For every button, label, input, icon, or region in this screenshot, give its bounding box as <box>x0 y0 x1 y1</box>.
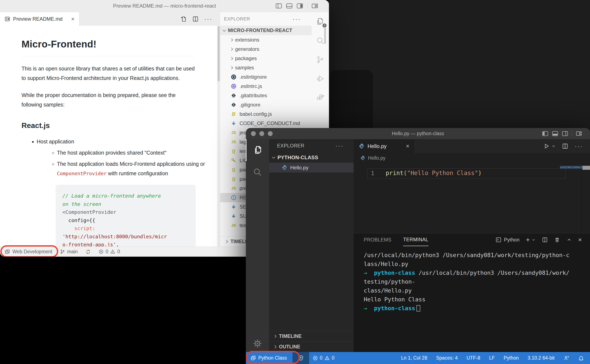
customize-layout-icon[interactable] <box>576 131 582 136</box>
chevron-right-icon <box>230 66 233 69</box>
open-source-file-icon[interactable] <box>181 16 187 22</box>
close-panel-icon[interactable]: × <box>578 236 582 243</box>
close-tab-icon[interactable]: × <box>406 143 409 150</box>
tree-item-extensions[interactable]: extensions <box>220 35 312 45</box>
customize-layout-icon[interactable] <box>312 3 318 9</box>
vscode-window-dark: Hello.py — python-class EXPLORER ··· PYT… <box>246 128 590 364</box>
tab-problems[interactable]: PROBLEMS <box>364 234 391 246</box>
explorer-activity-icon[interactable] <box>246 139 269 161</box>
extensions-activity-icon[interactable] <box>312 88 329 107</box>
toggle-panel-icon[interactable] <box>552 131 558 136</box>
markdown-preview-icon <box>5 16 10 22</box>
window-layout-controls <box>276 0 318 12</box>
tab-preview-readme[interactable]: Preview README.md × <box>0 12 79 26</box>
more-actions-icon[interactable]: ··· <box>575 145 583 147</box>
tree-item-eslintignore[interactable]: .eslintignore <box>220 72 312 82</box>
python-version-item[interactable]: 3.10.2 64-bit <box>528 355 555 361</box>
terminal-profile-item[interactable]: Python <box>496 237 519 243</box>
status-bar: Python Class 0 0 Ln 1, Col 28 Spaces: 4 … <box>246 352 590 364</box>
kill-terminal-trash-icon[interactable] <box>554 237 560 243</box>
workspace-status-item[interactable]: Python Class <box>246 352 292 364</box>
tree-item-hello-py-selected[interactable]: Hello.py <box>269 162 354 173</box>
markdown-icon <box>230 120 237 127</box>
minimap[interactable]: print("Hello Python Class") <box>560 166 582 169</box>
search-activity-icon[interactable] <box>246 161 269 183</box>
problems-status-item[interactable]: 0 0 <box>309 352 338 364</box>
info-icon <box>230 194 237 201</box>
tree-root-python-class[interactable]: PYTHON-CLASS <box>269 152 354 162</box>
tree-item-babel-config[interactable]: babel.config.js <box>220 110 312 119</box>
cursor-position-item[interactable]: Ln 1, Col 28 <box>401 355 427 361</box>
line-number: 1 <box>371 170 374 176</box>
list-item: The host application loads Micro-Fronten… <box>57 159 217 178</box>
branch-status-item[interactable]: main <box>60 249 78 254</box>
tab-terminal[interactable]: TERMINAL <box>403 234 428 246</box>
code-editor[interactable]: 1 print("Hello Python Class") print("Hel… <box>354 163 590 233</box>
sync-icon <box>85 249 91 254</box>
run-python-file-button[interactable] <box>543 143 556 149</box>
language-mode-item[interactable]: Python <box>504 355 519 361</box>
chevron-down-icon <box>272 156 275 159</box>
titlebar[interactable]: Preview README.md — micro-frontend-react <box>0 0 329 12</box>
editor-scrollbar[interactable] <box>582 166 590 170</box>
editor-actions: ··· <box>543 139 583 153</box>
sidebar-scrollbar[interactable] <box>324 27 326 44</box>
tree-root-micro-frontend-react[interactable]: MICRO-FRONTEND-REACT <box>220 26 312 35</box>
split-editor-icon[interactable] <box>192 16 199 22</box>
explorer-more-icon[interactable]: ··· <box>292 18 301 20</box>
eslint-icon <box>230 83 237 90</box>
titlebar[interactable]: Hello.py — python-class <box>246 128 590 139</box>
terminal-output[interactable]: /usr/local/bin/python3 /Users/sandy081/w… <box>364 251 590 313</box>
toggle-sidebar-icon[interactable] <box>276 3 282 9</box>
tree-item-samples[interactable]: samples <box>220 63 312 72</box>
explorer-activity-icon[interactable] <box>312 12 329 31</box>
maximize-panel-icon[interactable] <box>566 237 572 242</box>
git-icon <box>230 101 237 108</box>
workspace-status-item[interactable]: Web Development <box>5 249 52 254</box>
search-activity-icon[interactable] <box>312 31 329 50</box>
minimize-window-icon[interactable] <box>259 131 264 136</box>
timeline-section[interactable]: TIMELINE <box>269 331 354 341</box>
doc-paragraph: While the proper documentation is being … <box>21 91 195 110</box>
tree-item-code-of-conduct[interactable]: CODE_OF_CONDUCT.md <box>220 119 312 128</box>
zoom-window-icon[interactable] <box>268 131 273 136</box>
explorer-more-icon[interactable]: ··· <box>335 145 344 147</box>
tree-item-gitignore[interactable]: .gitignore <box>220 100 312 110</box>
outline-section[interactable]: OUTLINE <box>269 341 354 352</box>
workspace-icon <box>251 355 256 361</box>
window-controls <box>251 128 273 139</box>
split-editor-icon[interactable] <box>562 143 568 149</box>
terminal-line: Hello Python Class <box>364 295 590 304</box>
breadcrumb[interactable]: Hello.py <box>354 153 590 163</box>
preview-scrollbar[interactable] <box>218 26 220 81</box>
more-actions-icon[interactable]: ··· <box>204 18 212 20</box>
toggle-secondary-sidebar-icon[interactable] <box>562 131 568 136</box>
new-terminal-button[interactable]: + <box>526 236 536 244</box>
error-icon <box>98 249 104 254</box>
eol-item[interactable]: LF <box>489 355 495 361</box>
notifications-bell-icon[interactable] <box>578 355 584 361</box>
split-terminal-icon[interactable] <box>542 237 548 243</box>
problems-status-item[interactable]: 0 0 <box>98 249 120 254</box>
toggle-secondary-sidebar-icon[interactable] <box>297 3 303 9</box>
terminal-line: class/Hello.py <box>364 286 590 295</box>
encoding-item[interactable]: UTF-8 <box>467 355 480 361</box>
feedback-person-icon[interactable] <box>564 355 569 361</box>
toggle-panel-icon[interactable] <box>286 3 292 9</box>
tree-item-eslintrc[interactable]: .eslintrc.js <box>220 82 312 91</box>
indentation-item[interactable]: Spaces: 4 <box>436 355 458 361</box>
run-debug-activity-icon[interactable] <box>312 69 329 88</box>
window-title: Preview README.md — micro-frontend-react <box>113 3 216 9</box>
workspace-trust-item[interactable] <box>292 352 309 364</box>
close-tab-icon[interactable]: × <box>71 16 74 22</box>
sync-status-item[interactable] <box>85 249 91 254</box>
tree-item-packages[interactable]: packages <box>220 54 312 63</box>
tab-hello-py[interactable]: Hello.py × <box>354 139 414 153</box>
doc-subheading: React.js <box>21 121 217 130</box>
close-window-icon[interactable] <box>251 131 256 136</box>
tree-item-generators[interactable]: generators <box>220 45 312 54</box>
settings-gear-icon[interactable] <box>246 338 269 349</box>
toggle-sidebar-icon[interactable] <box>542 131 548 136</box>
source-control-activity-icon[interactable] <box>312 50 329 69</box>
tree-item-gitattributes[interactable]: .gitattributes <box>220 91 312 100</box>
